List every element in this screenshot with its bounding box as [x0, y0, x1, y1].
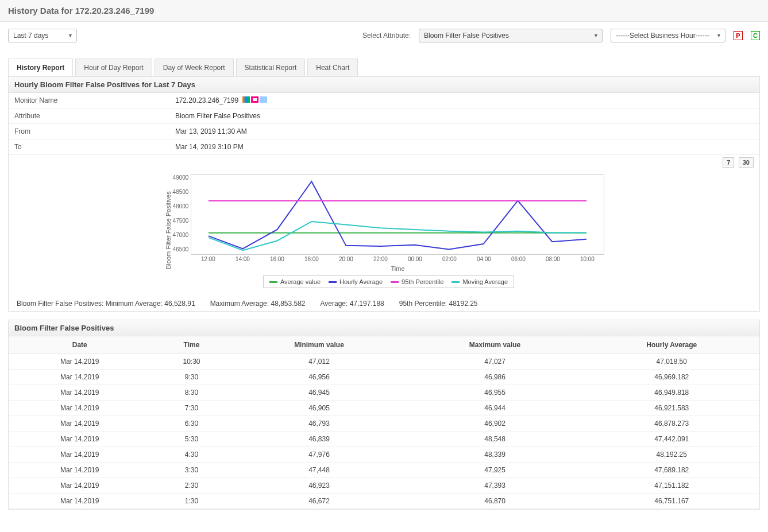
data-heading: Bloom Filter False Positives — [9, 320, 759, 336]
monitor-name-label: Monitor Name — [9, 93, 169, 108]
legend-moving-average[interactable]: Moving Average — [451, 278, 508, 285]
legend-95th-percentile[interactable]: 95th Percentile — [391, 278, 443, 285]
col-hourly-average: Hourly Average — [584, 336, 760, 354]
attribute-kv-value: Bloom Filter False Positives — [169, 108, 759, 124]
tabs: History ReportHour of Day ReportDay of W… — [0, 59, 768, 76]
summary-panel: Hourly Bloom Filter False Positives for … — [8, 76, 760, 312]
table-row: Mar 14,201910:3047,01247,02747,018.50 — [9, 354, 759, 370]
monitor-name-text: 172.20.23.246_7199 — [175, 96, 238, 104]
to-label: To — [9, 139, 169, 155]
table-body: Mar 14,201910:3047,01247,02747,018.50Mar… — [9, 354, 759, 509]
attribute-kv-label: Attribute — [9, 108, 169, 124]
business-hour-value: ------Select Business Hour------ — [616, 32, 709, 40]
to-value: Mar 14, 2019 3:10 PM — [169, 139, 759, 155]
range-30-button[interactable]: 30 — [739, 157, 754, 168]
table-row: Mar 14,20195:3046,83948,54847,442.091 — [9, 432, 759, 447]
period-value: Last 7 days — [13, 32, 48, 40]
legend-average-value[interactable]: Average value — [269, 278, 321, 285]
trend-icon[interactable] — [251, 96, 258, 103]
x-ticks: 12:0014:0016:0018:0020:0022:0000:0002:00… — [191, 256, 604, 264]
page-header: History Data for 172.20.23.246_7199 — [0, 0, 768, 22]
table-row: Mar 14,20199:3046,95646,98646,969.182 — [9, 370, 759, 385]
legend-hourly-average[interactable]: Hourly Average — [329, 278, 383, 285]
stats-avg: Average: 47,197.188 — [321, 300, 384, 308]
x-axis-label: Time — [191, 265, 604, 272]
summary-heading: Hourly Bloom Filter False Positives for … — [9, 77, 759, 93]
chart-legend: Average valueHourly Average95th Percenti… — [263, 275, 514, 288]
attribute-select[interactable]: Bloom Filter False Positives — [419, 29, 603, 42]
stats-line: Bloom Filter False Positives: Minimum Av… — [9, 294, 759, 311]
stats-max: Maximum Average: 48,853.582 — [210, 300, 306, 308]
bar-icon[interactable] — [242, 96, 250, 103]
table-row: Mar 14,20196:3046,79346,90246,878.273 — [9, 416, 759, 432]
col-time: Time — [151, 336, 233, 354]
stats-p95: 95th Percentile: 48192.25 — [399, 300, 478, 308]
data-panel: Bloom Filter False Positives DateTimeMin… — [8, 320, 760, 510]
chart-area: Bloom Filter False Positives 49000485004… — [9, 170, 759, 294]
chart-plot — [191, 174, 604, 255]
tab-statistical-report[interactable]: Statistical Report — [236, 59, 306, 76]
chart-tools: 7 30 — [9, 155, 759, 170]
attribute-label: Select Attribute: — [362, 32, 411, 40]
table-header-row: DateTimeMinimum valueMaximum valueHourly… — [9, 336, 759, 354]
controls-row: Last 7 days Select Attribute: Bloom Filt… — [0, 22, 768, 47]
from-label: From — [9, 124, 169, 139]
tab-hour-of-day-report[interactable]: Hour of Day Report — [75, 59, 152, 76]
col-minimum-value: Minimum value — [232, 336, 406, 354]
attribute-value: Bloom Filter False Positives — [424, 32, 509, 40]
col-date: Date — [9, 336, 151, 354]
page-title: History Data for 172.20.23.246_7199 — [8, 6, 760, 15]
export-csv-icon[interactable]: C — [751, 31, 760, 40]
summary-kv: Monitor Name 172.20.23.246_7199 Attribut… — [9, 93, 759, 155]
table-row: Mar 14,20197:3046,90546,94446,921.583 — [9, 401, 759, 416]
table-row: Mar 14,20191:3046,67246,87046,751.167 — [9, 494, 759, 509]
monitor-mini-icons[interactable] — [242, 96, 268, 104]
export-pdf-icon[interactable]: P — [734, 31, 743, 40]
tab-history-report[interactable]: History Report — [8, 59, 73, 76]
grid-icon[interactable] — [260, 96, 267, 103]
business-hour-select[interactable]: ------Select Business Hour------ — [611, 29, 725, 42]
from-value: Mar 13, 2019 11:30 AM — [169, 124, 759, 139]
tab-heat-chart[interactable]: Heat Chart — [307, 59, 358, 76]
tab-day-of-week-report[interactable]: Day of Week Report — [155, 59, 234, 76]
table-row: Mar 14,20193:3047,44847,92547,689.182 — [9, 463, 759, 478]
col-maximum-value: Maximum value — [406, 336, 584, 354]
data-table: DateTimeMinimum valueMaximum valueHourly… — [9, 336, 759, 509]
table-row: Mar 14,20198:3046,94546,95546,949.818 — [9, 385, 759, 401]
range-7-button[interactable]: 7 — [723, 157, 734, 168]
y-ticks: 490004850048000475004700046500 — [173, 174, 189, 253]
y-axis-label: Bloom Filter False Positives — [164, 172, 173, 288]
table-row: Mar 14,20194:3047,97648,33948,192.25 — [9, 447, 759, 463]
table-row: Mar 14,20192:3046,92347,39347,151.182 — [9, 478, 759, 494]
monitor-name-value: 172.20.23.246_7199 — [169, 93, 759, 108]
stats-prefix: Bloom Filter False Positives: Minimum Av… — [17, 300, 195, 308]
period-select[interactable]: Last 7 days — [8, 29, 77, 42]
